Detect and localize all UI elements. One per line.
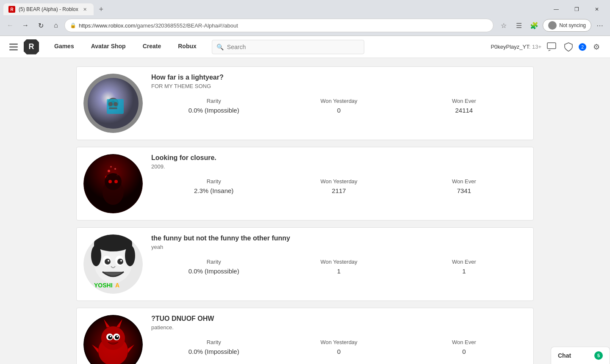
svg-point-9: [108, 102, 113, 106]
badge-title-3: the funny but not the funny the other fu…: [151, 234, 527, 242]
svg-rect-8: [107, 99, 124, 114]
badge-stat-rarity-2: Rarity 2.3% (Insane): [151, 178, 276, 194]
tab-favicon: R: [8, 6, 15, 13]
badge-stat-ever-4: Won Ever 0: [402, 339, 527, 355]
active-tab[interactable]: R (5) BEAR (Alpha) - Roblox ✕: [3, 3, 94, 15]
svg-point-31: [105, 259, 111, 265]
svg-rect-0: [9, 44, 18, 45]
close-button[interactable]: ✕: [587, 3, 607, 15]
badge-stat-yesterday-1: Won Yesterday 0: [276, 98, 401, 114]
badge-stat-rarity-1: Rarity 0.0% (Impossible): [151, 98, 276, 114]
username-label: P0keyPlayz_YT: 13+: [491, 44, 541, 50]
back-button[interactable]: ←: [3, 19, 17, 32]
svg-point-34: [120, 260, 122, 262]
badge-stat-ever-2: Won Ever 7341: [402, 178, 527, 194]
svg-point-33: [108, 260, 109, 262]
sync-button[interactable]: Not syncing: [543, 19, 591, 32]
new-tab-button[interactable]: +: [95, 3, 107, 15]
badge-info-1: How far is a lightyear? FOR MY THEME SON…: [151, 74, 527, 114]
restore-button[interactable]: ❒: [567, 3, 586, 15]
badge-stat-ever-1: Won Ever 24114: [402, 98, 527, 114]
badge-info-4: ?TUO DNUOF OHW patience. Rarity 0.0% (Im…: [151, 315, 527, 355]
badge-title-2: Looking for closure.: [151, 154, 527, 162]
badge-image-4: [83, 315, 143, 364]
badge-subtitle-2: 2009.: [151, 163, 527, 170]
address-bar[interactable]: 🔒 https://www.roblox.com/games/320368555…: [64, 19, 494, 32]
search-icon: 🔍: [216, 44, 224, 50]
forward-button[interactable]: →: [19, 19, 32, 32]
svg-rect-3: [547, 43, 556, 49]
badge-image-3: YOSHI A: [83, 234, 143, 294]
search-input[interactable]: [227, 44, 360, 50]
badge-card-4: ?TUO DNUOF OHW patience. Rarity 0.0% (Im…: [76, 308, 534, 364]
roblox-nav-links: Games Avatar Shop Create Robux: [46, 36, 205, 58]
page-content: How far is a lightyear? FOR MY THEME SON…: [0, 58, 610, 364]
chat-label: Chat: [558, 352, 571, 359]
badge-card-1: How far is a lightyear? FOR MY THEME SON…: [76, 66, 534, 140]
address-url: https://www.roblox.com/games/3203685552/…: [79, 22, 238, 29]
roblox-search-bar[interactable]: 🔍: [212, 40, 364, 54]
minimize-button[interactable]: ―: [546, 3, 566, 15]
svg-point-14: [108, 170, 110, 172]
badge-info-3: the funny but not the funny the other fu…: [151, 234, 527, 275]
svg-point-45: [110, 336, 111, 337]
badge-image-2: [83, 154, 143, 213]
svg-point-21: [108, 180, 112, 183]
svg-text:A: A: [115, 282, 119, 289]
svg-rect-1: [9, 46, 18, 47]
badge-stat-yesterday-4: Won Yesterday 0: [276, 339, 401, 355]
badge-subtitle-4: patience.: [151, 324, 527, 331]
svg-point-32: [117, 259, 123, 265]
badge-stats-3: Rarity 0.0% (Impossible) Won Yesterday 1…: [151, 259, 527, 275]
badge-title-4: ?TUO DNUOF OHW: [151, 315, 527, 323]
tab-bar: R (5) BEAR (Alpha) - Roblox ✕ + ― ❒ ✕: [0, 0, 610, 15]
svg-point-22: [114, 180, 118, 183]
badge-stats-1: Rarity 0.0% (Impossible) Won Yesterday 0…: [151, 98, 527, 114]
user-area: P0keyPlayz_YT: 13+ 2 ⚙: [491, 40, 603, 54]
badge-image-1: [83, 74, 143, 133]
badge-stat-ever-3: Won Ever 1: [402, 259, 527, 275]
reading-list-button[interactable]: ☰: [512, 19, 526, 32]
sync-label: Not syncing: [559, 22, 586, 28]
nav-avatar-shop-link[interactable]: Avatar Shop: [83, 36, 134, 58]
chat-bubble[interactable]: Chat 5: [551, 347, 610, 364]
svg-rect-2: [9, 49, 18, 50]
badge-stat-yesterday-2: Won Yesterday 2117: [276, 178, 401, 194]
badge-subtitle-1: FOR MY THEME SONG: [151, 83, 527, 89]
shield-nav-icon[interactable]: [562, 40, 575, 54]
badge-info-2: Looking for closure. 2009. Rarity 2.3% (…: [151, 154, 527, 194]
badge-subtitle-3: yeah: [151, 244, 527, 250]
notification-badge[interactable]: 2: [579, 43, 586, 51]
badge-title-1: How far is a lightyear?: [151, 74, 527, 81]
svg-point-40: [101, 326, 125, 350]
badge-card-2: Looking for closure. 2009. Rarity 2.3% (…: [76, 147, 534, 221]
tab-close-button[interactable]: ✕: [82, 6, 89, 13]
chat-nav-icon[interactable]: [545, 40, 558, 54]
extensions-button[interactable]: 🧩: [527, 19, 541, 32]
badge-stat-rarity-4: Rarity 0.0% (Impossible): [151, 339, 276, 355]
nav-robux-link[interactable]: Robux: [169, 36, 205, 58]
badge-card-3: YOSHI A the funny but not the funny the …: [76, 227, 534, 301]
svg-point-18: [110, 166, 112, 168]
bookmark-star-button[interactable]: ☆: [497, 19, 510, 32]
svg-text:YOSHI: YOSHI: [94, 282, 113, 289]
home-button[interactable]: ⌂: [49, 19, 63, 32]
nav-create-link[interactable]: Create: [134, 36, 170, 58]
reload-button[interactable]: ↻: [34, 19, 47, 32]
svg-point-28: [125, 245, 135, 266]
svg-rect-11: [109, 108, 117, 109]
nav-games-link[interactable]: Games: [46, 36, 83, 58]
toolbar-actions: ☆ ☰ 🧩 Not syncing ⋯: [497, 19, 607, 32]
svg-point-15: [114, 168, 116, 170]
hamburger-menu-button[interactable]: [7, 40, 20, 54]
menu-button[interactable]: ⋯: [593, 19, 607, 32]
svg-point-10: [114, 102, 118, 106]
badge-stat-yesterday-3: Won Yesterday 1: [276, 259, 401, 275]
roblox-navbar: R Games Avatar Shop Create Robux 🔍 P0key…: [0, 36, 610, 58]
settings-nav-icon[interactable]: ⚙: [590, 40, 603, 54]
chat-count-badge: 5: [594, 351, 603, 360]
roblox-logo[interactable]: R: [24, 39, 39, 55]
badge-stats-4: Rarity 0.0% (Impossible) Won Yesterday 0…: [151, 339, 527, 355]
svg-point-27: [91, 245, 101, 266]
lock-icon: 🔒: [70, 22, 76, 28]
